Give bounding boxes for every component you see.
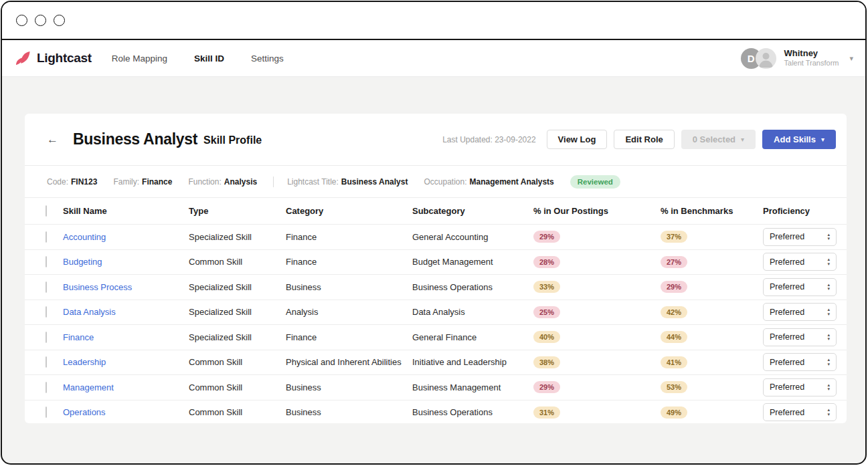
skill-profile-card: ← Business Analyst Skill Profile Last Up… xyxy=(25,114,847,423)
proficiency-select[interactable]: Preferred ▴▾ xyxy=(763,253,837,271)
column-header-postings: % in Our Postings xyxy=(533,206,661,216)
table-row: Business Process Specialized Skill Busin… xyxy=(25,274,847,300)
proficiency-select[interactable]: Preferred ▴▾ xyxy=(763,403,837,421)
skill-name-link[interactable]: Business Process xyxy=(63,282,132,292)
window-control-close[interactable] xyxy=(16,15,27,26)
skill-subcategory-cell: Data Analysis xyxy=(412,307,533,317)
row-checkbox[interactable] xyxy=(46,231,47,243)
skill-category-cell: Business xyxy=(286,407,412,417)
postings-percent-badge: 29% xyxy=(533,381,560,393)
column-header-category: Category xyxy=(286,206,412,216)
skill-category-cell: Finance xyxy=(286,257,412,267)
proficiency-select[interactable]: Preferred ▴▾ xyxy=(763,353,837,371)
window-control-minimize[interactable] xyxy=(35,15,46,26)
browser-window: Lightcast Role Mapping Skill ID Settings… xyxy=(1,1,867,465)
skill-subcategory-cell: General Finance xyxy=(412,332,533,342)
skill-category-cell: Business xyxy=(286,382,412,392)
postings-percent-badge: 33% xyxy=(533,281,560,293)
proficiency-select[interactable]: Preferred ▴▾ xyxy=(763,303,837,321)
page-title: Business Analyst xyxy=(73,130,197,148)
skill-name-link[interactable]: Finance xyxy=(63,332,94,342)
skill-type-cell: Specialized Skill xyxy=(189,232,286,242)
title-actions: Last Updated: 23-09-2022 View Log Edit R… xyxy=(442,130,836,149)
proficiency-select[interactable]: Preferred ▴▾ xyxy=(763,328,837,346)
skill-category-cell: Finance xyxy=(286,332,412,342)
title-row: ← Business Analyst Skill Profile Last Up… xyxy=(25,114,847,165)
proficiency-value: Preferred xyxy=(770,408,804,417)
table-row: Budgeting Common Skill Finance Budget Ma… xyxy=(25,249,847,275)
table-header: Skill Name Type Category Subcategory % i… xyxy=(25,198,847,224)
skill-name-link[interactable]: Operations xyxy=(63,407,106,417)
last-updated-text: Last Updated: 23-09-2022 xyxy=(442,135,535,144)
row-checkbox[interactable] xyxy=(46,306,47,318)
row-checkbox[interactable] xyxy=(46,256,47,267)
proficiency-value: Preferred xyxy=(770,358,804,367)
proficiency-select[interactable]: Preferred ▴▾ xyxy=(763,378,837,396)
table-row: Management Common Skill Business Busines… xyxy=(25,374,847,400)
avatar-group: D xyxy=(741,48,776,69)
skill-name-link[interactable]: Accounting xyxy=(63,232,106,242)
page-content: ← Business Analyst Skill Profile Last Up… xyxy=(2,77,865,465)
skill-name-link[interactable]: Leadership xyxy=(63,357,106,367)
selected-dropdown[interactable]: 0 Selected ▾ xyxy=(681,130,756,149)
row-checkbox[interactable] xyxy=(46,356,47,368)
column-header-proficiency: Proficiency xyxy=(763,206,837,216)
table-body: Accounting Specialized Skill Finance Gen… xyxy=(25,224,847,423)
postings-percent-badge: 25% xyxy=(533,306,560,318)
benchmarks-percent-badge: 53% xyxy=(661,381,687,393)
row-checkbox[interactable] xyxy=(46,281,47,293)
view-log-button[interactable]: View Log xyxy=(547,130,608,149)
edit-role-button[interactable]: Edit Role xyxy=(614,130,674,149)
benchmarks-percent-badge: 41% xyxy=(661,356,687,368)
skill-subcategory-cell: Budget Management xyxy=(412,257,533,267)
postings-percent-badge: 38% xyxy=(533,356,560,368)
row-checkbox[interactable] xyxy=(46,406,47,418)
window-control-maximize[interactable] xyxy=(54,15,65,26)
meta-occupation: Occupation:Management Analysts xyxy=(424,177,553,187)
column-header-benchmarks: % in Benchmarks xyxy=(661,206,763,216)
skill-category-cell: Finance xyxy=(286,232,412,242)
stepper-arrows-icon: ▴▾ xyxy=(827,233,830,241)
row-checkbox[interactable] xyxy=(46,332,47,343)
meta-function: Function:Analysis xyxy=(188,177,257,187)
stepper-arrows-icon: ▴▾ xyxy=(827,383,830,392)
table-row: Finance Specialized Skill Finance Genera… xyxy=(25,324,847,350)
proficiency-select[interactable]: Preferred ▴▾ xyxy=(763,228,837,246)
proficiency-select[interactable]: Preferred ▴▾ xyxy=(763,278,837,296)
add-skills-button[interactable]: Add Skills ▾ xyxy=(762,130,836,149)
skill-name-link[interactable]: Budgeting xyxy=(63,257,102,267)
benchmarks-percent-badge: 44% xyxy=(661,331,687,343)
benchmarks-percent-badge: 37% xyxy=(661,231,687,243)
nav-role-mapping[interactable]: Role Mapping xyxy=(112,53,167,64)
skill-category-cell: Physical and Inherent Abilities xyxy=(286,357,412,367)
add-skills-label: Add Skills xyxy=(774,134,816,144)
benchmarks-percent-badge: 29% xyxy=(661,281,687,293)
skill-name-link[interactable]: Data Analysis xyxy=(63,307,116,317)
skill-type-cell: Specialized Skill xyxy=(189,282,286,292)
select-all-checkbox[interactable] xyxy=(46,205,47,217)
back-arrow-icon[interactable]: ← xyxy=(47,133,58,146)
brand-logo[interactable]: Lightcast xyxy=(14,49,92,68)
stepper-arrows-icon: ▴▾ xyxy=(827,408,830,417)
meta-family: Family:Finance xyxy=(113,177,172,187)
stepper-arrows-icon: ▴▾ xyxy=(827,358,830,366)
user-org: Talent Transform xyxy=(784,59,839,68)
divider xyxy=(273,177,274,187)
proficiency-value: Preferred xyxy=(770,257,804,267)
proficiency-value: Preferred xyxy=(770,382,804,392)
stepper-arrows-icon: ▴▾ xyxy=(827,308,830,316)
benchmarks-percent-badge: 42% xyxy=(661,306,687,318)
user-menu[interactable]: D Whitney Talent Transform ▾ xyxy=(741,48,853,69)
meta-code: Code:FIN123 xyxy=(47,177,97,187)
nav-skill-id[interactable]: Skill ID xyxy=(194,53,224,64)
proficiency-value: Preferred xyxy=(770,232,804,241)
row-checkbox[interactable] xyxy=(46,382,47,393)
skill-type-cell: Common Skill xyxy=(189,407,286,417)
stepper-arrows-icon: ▴▾ xyxy=(827,257,830,266)
nav-settings[interactable]: Settings xyxy=(251,53,284,64)
lightcast-logo-icon xyxy=(14,49,32,68)
page-subtitle: Skill Profile xyxy=(203,134,262,146)
postings-percent-badge: 31% xyxy=(533,406,560,419)
skill-subcategory-cell: Initiative and Leadership xyxy=(412,357,533,367)
skill-name-link[interactable]: Management xyxy=(63,382,114,392)
